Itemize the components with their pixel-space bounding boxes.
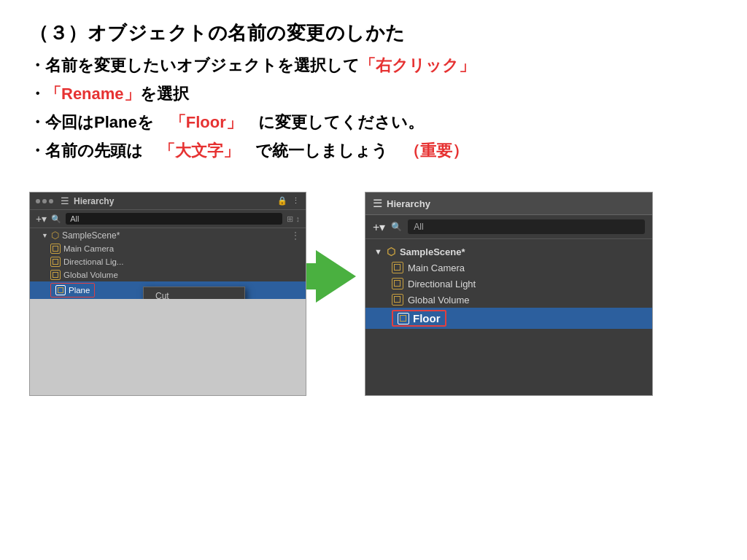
right-hierarchy-content: ▼ ⬡ SampleScene* Main Camera Directional… bbox=[365, 239, 652, 333]
left-hierarchy-content: ▼ ⬡ SampleScene* ⋮ Main Camera Direction… bbox=[30, 228, 306, 299]
bullet-4-before: ・名前の先頭は bbox=[29, 141, 159, 160]
right-directional-label: Directional Light bbox=[408, 279, 476, 289]
header-section: （３）オブジェクトの名前の変更のしかた ・名前を変更したいオブジェクトを選択して… bbox=[29, 20, 718, 167]
right-main-camera-label: Main Camera bbox=[408, 262, 465, 273]
right-search-icon: 🔍 bbox=[391, 222, 402, 232]
right-triangle-icon: ▼ bbox=[374, 247, 382, 256]
plane-icon bbox=[55, 285, 66, 295]
page-container: （３）オブジェクトの名前の変更のしかた ・名前を変更したいオブジェクトを選択して… bbox=[0, 0, 747, 560]
right-hierarchy-header: ☰ Hierarchy bbox=[365, 192, 652, 215]
left-header-icons: 🔒 ⋮ bbox=[277, 196, 300, 206]
bullet-4-highlight: 「大文字」 bbox=[159, 141, 239, 160]
left-main-camera-label: Main Camera bbox=[63, 244, 114, 253]
panel-dots bbox=[36, 199, 53, 203]
hierarchy-panel-left: ☰ Hierarchy 🔒 ⋮ +▾ 🔍 ⊞ ↕ bbox=[30, 192, 306, 299]
right-arrow-icon bbox=[316, 250, 356, 303]
dot-2 bbox=[42, 199, 47, 203]
bullet-2-before: ・ bbox=[29, 85, 45, 103]
left-item-main-camera[interactable]: Main Camera bbox=[30, 242, 306, 255]
bullet-3-before: ・今回はPlaneを bbox=[29, 113, 170, 131]
screenshots-section: ☰ Hierarchy 🔒 ⋮ +▾ 🔍 ⊞ ↕ bbox=[29, 192, 718, 545]
right-plus-button[interactable]: +▾ bbox=[373, 220, 385, 234]
right-global-volume-icon bbox=[392, 294, 403, 306]
bullet-4: ・名前の先頭は 「大文字」 で統一しましょう （重要） bbox=[29, 139, 718, 163]
right-scene-name: SampleScene* bbox=[400, 246, 465, 257]
bullet-1: ・名前を変更したいオブジェクトを選択して「右クリック」 bbox=[29, 53, 718, 77]
right-floor-label: Floor bbox=[413, 312, 441, 324]
right-item-main-camera[interactable]: Main Camera bbox=[365, 260, 652, 276]
dot-1 bbox=[36, 199, 40, 203]
arrow-container bbox=[306, 250, 365, 303]
left-search-icons: ⊞ ↕ bbox=[287, 214, 301, 224]
plane-selected-box: Plane bbox=[50, 283, 95, 298]
left-triangle-icon: ▼ bbox=[42, 232, 48, 239]
left-plane-label: Plane bbox=[69, 286, 90, 295]
left-scene-row: ▼ ⬡ SampleScene* ⋮ bbox=[30, 228, 306, 242]
sort-icon: ↕ bbox=[296, 214, 301, 224]
left-search-icon: 🔍 bbox=[51, 214, 61, 224]
right-scene-cube-icon: ⬡ bbox=[387, 246, 395, 257]
left-scene-name: SampleScene* bbox=[62, 230, 120, 241]
global-volume-icon bbox=[50, 270, 61, 280]
page-title: （３）オブジェクトの名前の変更のしかた bbox=[29, 20, 718, 46]
right-directional-icon bbox=[392, 278, 403, 289]
bullet-4-important: （重要） bbox=[404, 141, 468, 160]
bullet-3-after: に変更してください。 bbox=[242, 113, 424, 131]
right-hierarchy-title: Hierarchy bbox=[387, 198, 430, 209]
bullet-2-after: を選択 bbox=[140, 85, 189, 103]
right-scene-row: ▼ ⬡ SampleScene* bbox=[365, 244, 652, 260]
unity-left-panel: ☰ Hierarchy 🔒 ⋮ +▾ 🔍 ⊞ ↕ bbox=[29, 192, 306, 396]
right-item-directional-light[interactable]: Directional Light bbox=[365, 276, 652, 292]
right-main-camera-icon bbox=[392, 262, 403, 273]
bullet-4-after: で統一しましょう bbox=[239, 141, 404, 160]
right-item-global-volume[interactable]: Global Volume bbox=[365, 292, 652, 308]
dot-3 bbox=[49, 199, 53, 203]
left-search-bar: +▾ 🔍 ⊞ ↕ bbox=[30, 210, 306, 228]
list-icon: ☰ bbox=[61, 195, 69, 206]
bullet-3-highlight: 「Floor」 bbox=[170, 113, 242, 131]
context-menu-cut[interactable]: Cut bbox=[144, 287, 244, 299]
left-hierarchy-title: Hierarchy bbox=[74, 196, 273, 206]
lock-icon: 🔒 bbox=[277, 196, 287, 206]
bullet-1-highlight: 「右クリック」 bbox=[360, 56, 475, 74]
right-floor-icon bbox=[398, 313, 409, 324]
bullet-1-before: ・名前を変更したいオブジェクトを選択して bbox=[29, 56, 360, 74]
context-menu: Cut Copy Paste Paste Special Rename Dupl… bbox=[143, 287, 245, 299]
floor-box: Floor bbox=[392, 310, 446, 327]
filter-icon: ⊞ bbox=[287, 214, 293, 224]
bullet-3: ・今回はPlaneを 「Floor」 に変更してください。 bbox=[29, 110, 718, 134]
right-search-input[interactable] bbox=[408, 219, 645, 234]
bullet-2-highlight: 「Rename」 bbox=[45, 85, 140, 103]
left-search-input[interactable] bbox=[66, 213, 282, 225]
left-global-volume-label: Global Volume bbox=[63, 271, 118, 279]
left-directional-label: Directional Lig... bbox=[63, 257, 123, 266]
left-item-global-volume[interactable]: Global Volume bbox=[30, 268, 306, 281]
main-camera-icon bbox=[50, 244, 61, 254]
right-search-bar: +▾ 🔍 bbox=[365, 215, 652, 239]
more-icon: ⋮ bbox=[292, 196, 300, 206]
bullet-2: ・「Rename」を選択 bbox=[29, 82, 718, 106]
scene-more-icon: ⋮ bbox=[291, 230, 300, 241]
right-global-volume-label: Global Volume bbox=[408, 295, 470, 306]
right-list-icon: ☰ bbox=[373, 197, 382, 210]
left-hierarchy-header: ☰ Hierarchy 🔒 ⋮ bbox=[30, 192, 306, 210]
right-item-floor[interactable]: Floor bbox=[365, 308, 652, 329]
left-scene-cube-icon: ⬡ bbox=[51, 230, 59, 241]
left-item-directional-light[interactable]: Directional Lig... bbox=[30, 255, 306, 268]
unity-right-panel: ☰ Hierarchy +▾ 🔍 ▼ ⬡ SampleScene* bbox=[365, 192, 653, 396]
left-plus-button[interactable]: +▾ bbox=[36, 213, 47, 225]
directional-light-icon bbox=[50, 257, 61, 267]
